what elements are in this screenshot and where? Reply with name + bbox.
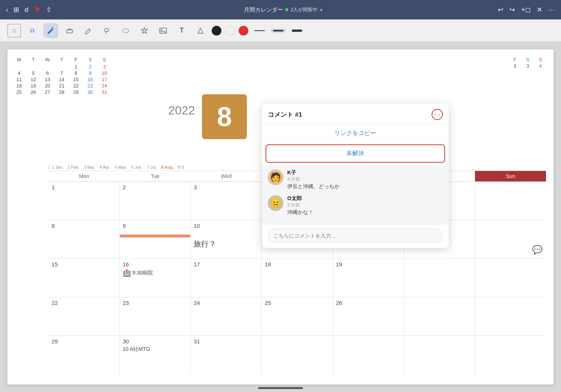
- text-tool-button[interactable]: T: [174, 23, 189, 38]
- bookmark-icon[interactable]: ⚑: [34, 5, 41, 14]
- col-tue: Tue: [120, 171, 191, 181]
- hospital-event: 🏥 9:30病院: [123, 269, 187, 277]
- cell-17[interactable]: 17: [191, 259, 262, 297]
- pen-tool-button[interactable]: [43, 23, 58, 38]
- cell-empty-4[interactable]: [475, 336, 546, 374]
- home-indicator: [258, 387, 303, 389]
- week-row-5: 29 30 10 A社MTG 31: [49, 336, 546, 374]
- timeline-jan: 1 Jan.: [52, 165, 68, 169]
- cell-28[interactable]: [475, 297, 546, 336]
- msg-time-2: 2 分前: [287, 202, 313, 208]
- mini-week-3: 11 12 13 14 15 16 17: [15, 77, 108, 82]
- cell-9[interactable]: 9: [120, 220, 191, 258]
- mini-week-5: 25 26 27 28 29 30 31: [15, 89, 108, 95]
- cell-22[interactable]: 22: [49, 297, 120, 336]
- col-sun: Sun: [475, 171, 546, 181]
- grid-icon[interactable]: ⊞: [13, 6, 19, 14]
- cell-24[interactable]: 24: [191, 297, 262, 336]
- year-label: 2022: [168, 104, 195, 117]
- shape-tool-button[interactable]: [193, 23, 208, 38]
- cell-2[interactable]: 2: [120, 182, 191, 220]
- comment-input[interactable]: [268, 229, 443, 243]
- timeline-aug: 8 Aug.: [161, 165, 178, 169]
- right-mini-row1: 2 3 4: [511, 63, 544, 69]
- travel-text: 旅行？: [194, 239, 216, 249]
- cell-empty-1[interactable]: [262, 336, 333, 374]
- comment-title: コメント #1: [268, 110, 302, 119]
- pen-toolbar: ▢ ☊ T: [0, 19, 561, 42]
- cell-14[interactable]: 💬: [475, 220, 546, 258]
- cell-31[interactable]: 31: [191, 336, 262, 374]
- cell-8[interactable]: 8: [49, 220, 120, 258]
- mini-cal-header: M T W T F S S: [15, 57, 108, 62]
- search-icon[interactable]: ☌: [24, 6, 29, 14]
- star-tool-button[interactable]: [137, 23, 152, 38]
- ellipsis-icon: ⋯: [434, 111, 440, 118]
- cell-19[interactable]: 19: [333, 259, 404, 297]
- highlighter-tool-button[interactable]: [81, 23, 96, 38]
- image-tool-button[interactable]: [156, 23, 171, 38]
- toolbar-right: ↩ ↪ +◻ ✕ ⋯: [498, 6, 555, 14]
- cell-empty-3[interactable]: [404, 336, 475, 374]
- color-black[interactable]: [212, 26, 221, 36]
- line-thin-button[interactable]: [252, 29, 267, 33]
- color-white[interactable]: [225, 26, 235, 36]
- timeline-may: 5 May.: [115, 165, 131, 169]
- line-thick-button[interactable]: [289, 28, 304, 33]
- lasso-tool-button[interactable]: [99, 23, 114, 38]
- cell-27[interactable]: [404, 297, 475, 336]
- mini-col-t: T: [29, 57, 37, 62]
- comment-msg-1: 🧑 K子 4 分前 伊豆と沖縄、どっちか: [268, 169, 443, 190]
- col-wed: Wed: [191, 171, 262, 181]
- cell-29[interactable]: 29: [49, 336, 120, 374]
- star-icon: [140, 26, 149, 35]
- cell-23[interactable]: 23: [120, 297, 191, 336]
- color-red[interactable]: [239, 26, 248, 36]
- cell-18[interactable]: 18: [262, 259, 333, 297]
- cell-1[interactable]: 1: [49, 182, 120, 220]
- share-icon[interactable]: ⇧: [46, 6, 52, 14]
- comment-header: コメント #1 ⋯: [262, 104, 449, 124]
- msg-time-1: 4 分前: [287, 176, 340, 183]
- lasso-icon: [102, 26, 111, 35]
- eraser-tool-button[interactable]: [62, 23, 77, 38]
- cell-26[interactable]: 26: [333, 297, 404, 336]
- travel-event-bar: [120, 235, 190, 238]
- cell-15[interactable]: 15: [49, 259, 120, 297]
- comment-msg-2: 😐 O太郎 2 分前 沖縄かな！: [268, 195, 443, 216]
- unresolved-button[interactable]: 未解決: [266, 144, 445, 163]
- cell-21[interactable]: [475, 259, 546, 297]
- cell-16[interactable]: 16 🏥 9:30病院: [120, 259, 191, 297]
- status-dot: [285, 8, 288, 11]
- col-mon: Mon: [49, 171, 120, 181]
- msg-name-2: O太郎: [287, 195, 313, 202]
- image-icon: [159, 26, 168, 35]
- hospital-icon: 🏥: [123, 269, 131, 277]
- msg-content-2: O太郎 2 分前 沖縄かな！: [287, 195, 313, 216]
- cell-empty-2[interactable]: [333, 336, 404, 374]
- cell-7[interactable]: [475, 182, 546, 220]
- timeline-jul: 7 Jul.: [147, 165, 161, 169]
- comment-menu-button[interactable]: ⋯: [432, 109, 443, 120]
- page-thumbnail-icon[interactable]: ▢: [7, 24, 21, 37]
- cell-25[interactable]: 25: [262, 297, 333, 336]
- cell-20[interactable]: [404, 259, 475, 297]
- close-icon[interactable]: ✕: [537, 6, 542, 14]
- more-icon[interactable]: ⋯: [548, 6, 555, 14]
- redo-icon[interactable]: ↪: [509, 6, 515, 14]
- add-page-icon[interactable]: +◻: [521, 6, 531, 14]
- select-tool-button[interactable]: [118, 23, 133, 38]
- line-mid-button[interactable]: [271, 28, 286, 33]
- msg-text-2: 沖縄かな！: [287, 209, 313, 216]
- avatar-o: 😐: [268, 195, 283, 211]
- comment-marker-icon: 💬: [532, 245, 542, 255]
- copy-link-button[interactable]: リンクをコピー: [262, 124, 449, 143]
- cell-30[interactable]: 30 10 A社MTG: [120, 336, 191, 374]
- timeline-apr: 4 Apr.: [100, 165, 115, 169]
- back-icon[interactable]: ‹: [6, 6, 8, 14]
- undo-icon[interactable]: ↩: [498, 6, 503, 14]
- viewing-arrow[interactable]: ∨: [320, 7, 323, 12]
- pen-icon: [46, 26, 55, 35]
- cell-10[interactable]: 10 旅行？: [191, 220, 262, 258]
- cell-3[interactable]: 3: [191, 182, 262, 220]
